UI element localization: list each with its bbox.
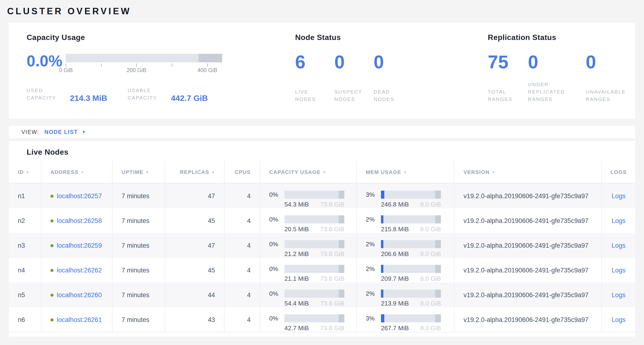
- logs-cell: Logs: [602, 258, 635, 282]
- uptime-cell: 7 minutes: [112, 307, 165, 332]
- column-header-capacity-usage[interactable]: CAPACITY USAGE▼: [260, 161, 356, 183]
- capacity-max-value: 73.8 GiB: [320, 275, 344, 282]
- live-status-dot-icon: [50, 318, 54, 321]
- mem-usage-cell: 2% 215.8 MiB 8.0 GiB: [356, 208, 454, 233]
- mem-usage-bar: [381, 240, 441, 248]
- column-header-uptime[interactable]: UPTIME▼: [112, 161, 165, 183]
- node-id-cell: n2: [9, 208, 41, 233]
- logs-link[interactable]: Logs: [612, 217, 626, 224]
- mem-usage-cell: 3% 246.8 MiB 8.0 GiB: [356, 183, 454, 208]
- capacity-percent: 0%: [269, 191, 282, 198]
- node-address-link[interactable]: localhost:26257: [57, 192, 102, 200]
- column-header-id[interactable]: ID▼: [9, 161, 41, 183]
- stat-label: CAPACITY: [27, 94, 63, 101]
- table-header-row: ID▼ ADDRESS▼ UPTIME▼ REPLICAS▼ CPUS CAPA…: [9, 161, 635, 183]
- cpus-cell: 4: [224, 282, 260, 307]
- sort-caret-icon: ▼: [403, 170, 407, 174]
- node-address-cell: localhost:26259: [41, 233, 112, 258]
- axis-tick: [101, 64, 102, 67]
- node-address-link[interactable]: localhost:26258: [57, 217, 102, 224]
- mem-percent: 2%: [366, 265, 379, 273]
- logs-link[interactable]: Logs: [612, 291, 626, 299]
- mem-bar-dark-segment: [435, 314, 441, 322]
- under-replicated-ranges-stat: 0 UNDER- REPLICATED RANGES: [528, 52, 586, 103]
- capacity-percent: 0%: [269, 265, 282, 273]
- mem-max-value: 8.0 GiB: [420, 250, 441, 258]
- node-address-cell: localhost:26257: [41, 183, 112, 208]
- table-body: n1 localhost:26257 7 minutes 47 4 0% 54.…: [9, 183, 635, 332]
- usable-capacity-value: 442.7 GiB: [171, 94, 208, 102]
- sort-caret-icon: ▼: [146, 170, 149, 174]
- view-label: VIEW:: [22, 129, 39, 135]
- mem-usage-cell: 3% 267.7 MiB 8.0 GiB: [356, 307, 454, 332]
- capacity-axis-ticks: [66, 62, 222, 67]
- mem-bar-dark-segment: [435, 191, 441, 199]
- logs-link[interactable]: Logs: [612, 267, 626, 274]
- capacity-bar-dark-segment: [339, 215, 344, 223]
- node-address-link[interactable]: localhost:26261: [57, 316, 102, 323]
- capacity-used-value: 54.4 MiB: [284, 300, 309, 307]
- node-address-link[interactable]: localhost:26262: [57, 267, 102, 274]
- sort-caret-icon: ▼: [492, 170, 495, 174]
- live-status-dot-icon: [50, 294, 54, 297]
- cpus-cell: 4: [224, 233, 260, 258]
- capacity-used-value: 54.3 MiB: [284, 201, 309, 208]
- logs-link[interactable]: Logs: [612, 242, 626, 249]
- table-row: n1 localhost:26257 7 minutes 47 4 0% 54.…: [9, 183, 635, 208]
- cpus-cell: 4: [224, 208, 260, 233]
- view-selector-dropdown[interactable]: NODE LIST ▼: [44, 129, 86, 135]
- node-address-cell: localhost:26260: [41, 282, 112, 307]
- cluster-overview-page: CLUSTER OVERVIEW Capacity Usage 0.0%: [0, 0, 644, 345]
- capacity-usage-cell: 0% 54.4 MiB 73.8 GiB: [260, 282, 356, 307]
- live-nodes-table: ID▼ ADDRESS▼ UPTIME▼ REPLICAS▼ CPUS CAPA…: [9, 161, 635, 332]
- mem-percent: 3%: [366, 315, 379, 322]
- column-header-address[interactable]: ADDRESS▼: [41, 161, 112, 183]
- live-nodes-title: Live Nodes: [27, 148, 635, 157]
- column-header-replicas[interactable]: REPLICAS▼: [165, 161, 224, 183]
- table-row: n6 localhost:26261 7 minutes 43 4 0% 42.…: [9, 307, 635, 332]
- capacity-usage-cell: 0% 54.3 MiB 73.8 GiB: [260, 183, 356, 208]
- stat-label: UNDER-: [528, 81, 586, 88]
- mem-used-value: 206.6 MiB: [381, 250, 409, 258]
- capacity-max-value: 73.8 GiB: [320, 201, 344, 208]
- replicas-cell: 47: [165, 233, 224, 258]
- mem-used-value: 209.7 MiB: [381, 275, 409, 282]
- mem-usage-bar: [381, 215, 441, 223]
- dead-nodes-count: 0: [374, 52, 413, 71]
- logs-link[interactable]: Logs: [612, 316, 626, 323]
- node-address-cell: localhost:26261: [41, 307, 112, 332]
- node-address-link[interactable]: localhost:26259: [57, 242, 102, 249]
- stat-label: NODES: [295, 95, 334, 103]
- mem-bar-dark-segment: [435, 289, 441, 298]
- column-header-version[interactable]: VERSION▼: [454, 161, 602, 183]
- used-capacity-value: 214.3 MiB: [70, 94, 107, 102]
- mem-usage-bar: [381, 191, 441, 199]
- replicas-cell: 47: [165, 183, 224, 208]
- stat-label: CAPACITY: [128, 94, 164, 101]
- capacity-bar-dark-segment: [339, 289, 344, 298]
- node-address-cell: localhost:26262: [41, 258, 112, 282]
- capacity-usage-bar: [284, 191, 344, 199]
- capacity-bar-dark-segment: [339, 265, 344, 273]
- version-cell: v19.2.0-alpha.20190606-2491-gfe735c9a97: [454, 282, 602, 307]
- logs-link[interactable]: Logs: [612, 192, 626, 200]
- capacity-usage-cell: 0% 42.7 MiB 73.8 GiB: [260, 307, 356, 332]
- replicas-cell: 45: [165, 208, 224, 233]
- live-nodes-count: 6: [295, 52, 334, 71]
- suspect-nodes-count: 0: [334, 52, 374, 71]
- stat-label: RANGES: [528, 95, 586, 103]
- capacity-max-value: 73.8 GiB: [320, 250, 344, 258]
- mem-used-value: 213.9 MiB: [381, 300, 409, 307]
- capacity-used-value: 42.7 MiB: [284, 324, 309, 332]
- capacity-usage-bar: [284, 289, 344, 298]
- mem-used-value: 215.8 MiB: [381, 226, 409, 233]
- cpus-cell: 4: [224, 307, 260, 332]
- total-ranges-stat: 75 TOTAL RANGES: [488, 52, 528, 103]
- replication-status-section: Replication Status 75 TOTAL RANGES 0 UND…: [488, 33, 626, 119]
- node-address-link[interactable]: localhost:26260: [57, 291, 102, 299]
- logs-cell: Logs: [602, 183, 635, 208]
- table-row: n4 localhost:26262 7 minutes 45 4 0% 21.…: [9, 258, 635, 282]
- column-header-mem-usage[interactable]: MEM USAGE▼: [356, 161, 454, 183]
- view-bar: VIEW: NODE LIST ▼: [9, 126, 635, 138]
- capacity-usage-title: Capacity Usage: [27, 33, 295, 42]
